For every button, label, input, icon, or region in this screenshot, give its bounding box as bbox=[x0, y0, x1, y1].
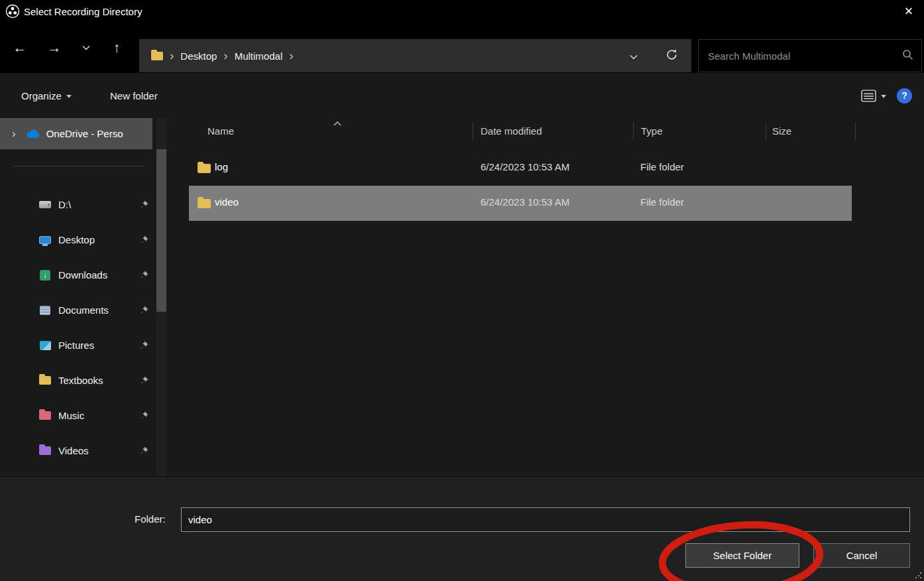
desktop-icon bbox=[38, 233, 52, 247]
folder-label: Folder: bbox=[135, 513, 166, 525]
file-dialog-window: Select Recording Directory × ← → ↑ › Des… bbox=[0, 0, 924, 581]
folder-icon bbox=[38, 374, 52, 387]
cancel-button[interactable]: Cancel bbox=[813, 543, 910, 568]
documents-icon bbox=[38, 304, 52, 317]
onedrive-cloud-icon bbox=[25, 129, 41, 139]
sidebar-item-label: D:\ bbox=[58, 199, 140, 210]
sidebar-item-videos[interactable]: Videos bbox=[0, 433, 172, 468]
pin-icon[interactable] bbox=[140, 306, 148, 314]
select-folder-button[interactable]: Select Folder bbox=[685, 543, 799, 568]
column-separator bbox=[633, 122, 634, 141]
column-separator bbox=[855, 122, 856, 141]
pin-icon[interactable] bbox=[140, 446, 148, 455]
navigation-bar: ← → ↑ › Desktop › Multimodal › bbox=[0, 23, 924, 73]
music-folder-icon bbox=[38, 409, 52, 422]
sidebar-item-label: Desktop bbox=[58, 234, 140, 245]
sidebar-item-downloads[interactable]: ↓ Downloads bbox=[0, 257, 172, 292]
breadcrumb-separator: › bbox=[170, 48, 174, 63]
sidebar-item-label: Downloads bbox=[58, 269, 140, 281]
new-folder-button[interactable]: New folder bbox=[110, 73, 158, 118]
breadcrumb-item-desktop[interactable]: Desktop bbox=[180, 50, 217, 62]
breadcrumb-item-multimodal[interactable]: Multimodal bbox=[235, 50, 283, 62]
search-icon bbox=[902, 49, 913, 62]
change-view-button[interactable] bbox=[861, 90, 886, 102]
file-row-log[interactable]: log 6/24/2023 10:53 AM File folder bbox=[189, 151, 852, 186]
up-button[interactable]: ↑ bbox=[106, 37, 127, 58]
file-date-modified: 6/24/2023 10:53 AM bbox=[481, 196, 569, 208]
column-headers: Name Date modified Type Size bbox=[172, 118, 924, 146]
forward-button[interactable]: → bbox=[44, 37, 65, 58]
sidebar-item-d-drive[interactable]: D:\ bbox=[0, 187, 172, 222]
pin-icon[interactable] bbox=[140, 341, 148, 350]
search-input[interactable] bbox=[707, 50, 902, 62]
sidebar-divider bbox=[13, 166, 144, 166]
sidebar-item-documents[interactable]: Documents bbox=[0, 292, 172, 328]
pin-icon[interactable] bbox=[140, 200, 148, 209]
sidebar-item-label: OneDrive - Perso bbox=[46, 128, 123, 139]
drive-icon bbox=[38, 198, 52, 212]
column-separator bbox=[766, 122, 766, 141]
sidebar-item-label: Documents bbox=[58, 304, 140, 316]
organize-button[interactable]: Organize bbox=[21, 73, 72, 118]
address-dropdown-chevron-icon[interactable] bbox=[630, 50, 638, 62]
main-content: › OneDrive - Perso D:\ Desktop bbox=[0, 118, 924, 476]
expand-chevron-icon[interactable]: › bbox=[12, 127, 16, 141]
recent-locations-chevron-icon[interactable] bbox=[76, 37, 97, 58]
folder-icon bbox=[198, 164, 211, 173]
sidebar-item-onedrive[interactable]: › OneDrive - Perso bbox=[0, 118, 152, 149]
file-type: File folder bbox=[640, 196, 684, 208]
sidebar-item-desktop[interactable]: Desktop bbox=[0, 222, 172, 257]
breadcrumb-folder-icon bbox=[151, 52, 163, 60]
pin-icon[interactable] bbox=[140, 271, 148, 279]
view-caret-icon bbox=[881, 95, 886, 98]
sidebar-item-label: Textbooks bbox=[58, 375, 140, 386]
column-header-size[interactable]: Size bbox=[772, 125, 791, 137]
close-icon[interactable]: × bbox=[894, 0, 924, 23]
sidebar-items: D:\ Desktop ↓ Downloads Documents bbox=[0, 187, 172, 468]
back-button[interactable]: ← bbox=[9, 37, 30, 58]
pin-icon[interactable] bbox=[140, 376, 148, 385]
sort-ascending-icon bbox=[333, 117, 341, 128]
file-row-video[interactable]: video 6/24/2023 10:53 AM File folder bbox=[189, 186, 852, 221]
breadcrumb[interactable]: › Desktop › Multimodal › bbox=[139, 39, 691, 72]
dialog-footer: Folder: Select Folder Cancel bbox=[0, 476, 924, 581]
column-header-type[interactable]: Type bbox=[641, 125, 663, 137]
file-date-modified: 6/24/2023 10:53 AM bbox=[481, 161, 569, 172]
downloads-icon: ↓ bbox=[38, 269, 52, 282]
refresh-icon[interactable] bbox=[665, 48, 678, 63]
folder-icon bbox=[198, 199, 211, 208]
column-header-date-modified[interactable]: Date modified bbox=[481, 125, 542, 137]
column-separator bbox=[473, 122, 473, 141]
navigation-pane: › OneDrive - Perso D:\ Desktop bbox=[0, 118, 172, 476]
file-type: File folder bbox=[640, 161, 684, 172]
scrollbar-thumb[interactable] bbox=[156, 149, 166, 312]
organize-caret-icon bbox=[66, 95, 72, 98]
file-name: video bbox=[215, 196, 239, 208]
sidebar-item-textbooks[interactable]: Textbooks bbox=[0, 363, 172, 398]
search-box bbox=[698, 39, 922, 72]
sidebar-scrollbar[interactable] bbox=[156, 118, 166, 476]
column-header-name[interactable]: Name bbox=[207, 125, 234, 137]
videos-folder-icon bbox=[38, 444, 52, 458]
breadcrumb-separator: › bbox=[289, 48, 293, 63]
organize-label: Organize bbox=[21, 90, 62, 101]
breadcrumb-separator: › bbox=[223, 48, 227, 63]
help-button[interactable]: ? bbox=[897, 88, 912, 103]
pictures-icon bbox=[38, 339, 52, 352]
sidebar-item-label: Pictures bbox=[58, 340, 140, 351]
sidebar-item-label: Music bbox=[58, 410, 140, 421]
pin-icon[interactable] bbox=[140, 411, 148, 420]
folder-name-input[interactable] bbox=[181, 507, 910, 532]
obs-logo-icon bbox=[5, 4, 20, 19]
sidebar-item-pictures[interactable]: Pictures bbox=[0, 328, 172, 363]
file-name: log bbox=[215, 161, 228, 172]
sidebar-item-label: Videos bbox=[58, 445, 140, 456]
window-title: Select Recording Directory bbox=[24, 6, 142, 17]
resize-grip[interactable] bbox=[915, 572, 922, 579]
file-list: Name Date modified Type Size log 6/24/20… bbox=[172, 118, 924, 476]
pin-icon[interactable] bbox=[140, 235, 148, 244]
sidebar-item-music[interactable]: Music bbox=[0, 398, 172, 433]
command-bar: Organize New folder ? bbox=[0, 73, 924, 118]
title-bar: Select Recording Directory × bbox=[0, 0, 924, 23]
